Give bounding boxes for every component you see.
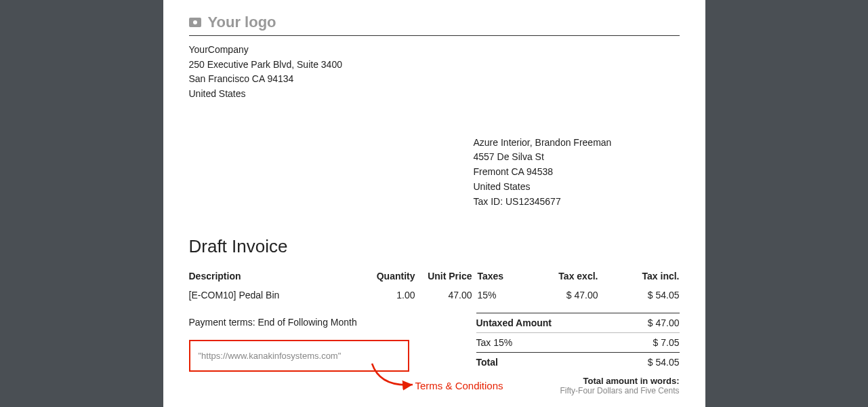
- total-label: Total: [476, 357, 498, 368]
- cell-tax-excl: $ 47.00: [513, 288, 598, 305]
- customer-city: Fremont CA 94538: [474, 165, 680, 180]
- totals-block: Untaxed Amount $ 47.00 Tax 15% $ 7.05 To…: [476, 313, 680, 372]
- untaxed-value: $ 47.00: [648, 317, 680, 328]
- customer-name: Azure Interior, Brandon Freeman: [474, 136, 680, 151]
- tax-label: Tax 15%: [476, 337, 513, 348]
- cell-description: [E-COM10] Pedal Bin: [189, 288, 345, 305]
- table-row: [E-COM10] Pedal Bin 1.00: [189, 288, 418, 305]
- company-address: YourCompany 250 Executive Park Blvd, Sui…: [189, 43, 680, 102]
- untaxed-label: Untaxed Amount: [476, 317, 552, 328]
- cell-unit-price: 47.00: [418, 288, 472, 305]
- logo-placeholder-text: Your logo: [208, 14, 276, 31]
- th-description: Description: [189, 271, 345, 288]
- customer-country: United States: [474, 180, 680, 195]
- company-name: YourCompany: [189, 43, 680, 58]
- th-tax-incl: Tax incl.: [598, 271, 679, 288]
- customer-taxid: Tax ID: US12345677: [474, 195, 680, 210]
- cell-quantity: 1.00: [345, 288, 418, 305]
- th-taxes: Taxes: [472, 271, 513, 288]
- th-quantity: Quantity: [345, 271, 418, 288]
- line-items-left: Description Quantity [E-COM10] Pedal Bin…: [189, 271, 418, 305]
- tax-value: $ 7.05: [653, 337, 680, 348]
- cell-taxes: 15%: [472, 288, 513, 305]
- invoice-title: Draft Invoice: [189, 236, 680, 257]
- customer-address: Azure Interior, Brandon Freeman 4557 De …: [474, 136, 680, 209]
- camera-icon: [189, 18, 201, 27]
- total-value: $ 54.05: [648, 357, 680, 368]
- cell-tax-incl: $ 54.05: [598, 288, 679, 305]
- logo-placeholder-row: Your logo: [189, 14, 680, 36]
- line-items-area: Description Quantity [E-COM10] Pedal Bin…: [189, 271, 680, 395]
- terms-conditions-field: "https://www.kanakinfosystems.com": [189, 340, 409, 372]
- annotation-label: Terms & Conditions: [415, 380, 503, 391]
- th-tax-excl: Tax excl.: [513, 271, 598, 288]
- line-items-right: Unit Price Taxes Tax excl. Tax incl. 47.…: [418, 271, 680, 305]
- company-city: San Francisco CA 94134: [189, 72, 680, 87]
- table-row: 47.00 15% $ 47.00 $ 54.05: [418, 288, 680, 305]
- company-country: United States: [189, 87, 680, 102]
- customer-street: 4557 De Silva St: [474, 150, 680, 165]
- th-unit-price: Unit Price: [418, 271, 472, 288]
- invoice-page: Your logo YourCompany 250 Executive Park…: [163, 0, 705, 407]
- company-street: 250 Executive Park Blvd, Suite 3400: [189, 58, 680, 73]
- payment-terms: Payment terms: End of Following Month: [189, 317, 418, 328]
